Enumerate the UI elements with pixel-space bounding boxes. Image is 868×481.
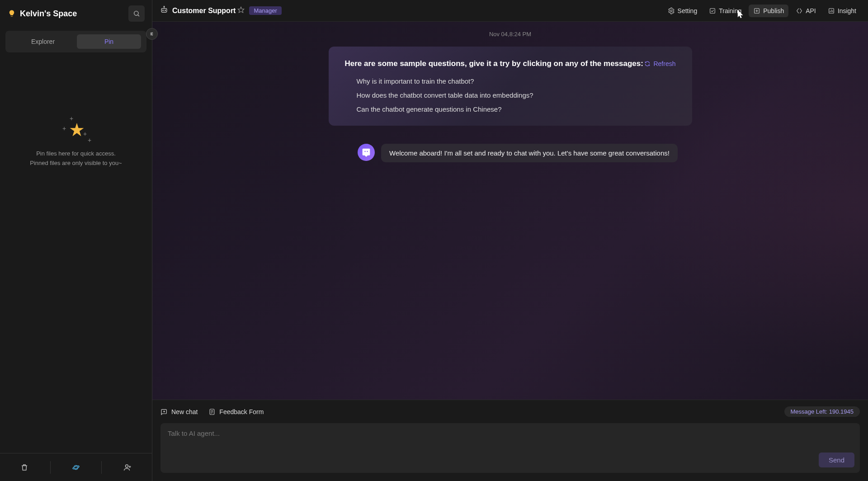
- svg-point-0: [134, 11, 138, 15]
- empty-line1: Pin files here for quick access.: [30, 149, 122, 159]
- timestamp: Nov 04,8:24 PM: [152, 31, 868, 38]
- search-button[interactable]: [128, 5, 145, 22]
- planet-icon[interactable]: [71, 462, 81, 473]
- divider: [101, 461, 102, 474]
- sidebar: Kelvin's Space Explorer Pin + + ★ + + Pi…: [0, 0, 152, 481]
- bot-message: Welcome aboard! I'm all set and ready to…: [381, 144, 678, 162]
- sidebar-header: Kelvin's Space: [0, 0, 152, 27]
- input-container: Send: [160, 423, 860, 473]
- pin-empty-state: + + ★ + + Pin files here for quick acces…: [0, 56, 152, 453]
- svg-point-7: [72, 465, 80, 469]
- main-panel: Customer Support Manager Setting Trainin…: [152, 0, 868, 481]
- sample-question[interactable]: How does the chatbot convert table data …: [357, 91, 676, 99]
- sidebar-tabs: Explorer Pin: [5, 31, 146, 52]
- nav-publish[interactable]: Publish: [749, 5, 788, 17]
- role-badge: Manager: [249, 6, 281, 15]
- collapse-sidebar-button[interactable]: [146, 28, 158, 40]
- messages-left-badge: Message Left: 190.1945: [784, 406, 860, 417]
- svg-point-15: [164, 6, 165, 7]
- nav-training[interactable]: Training: [704, 5, 746, 17]
- sample-title: Here are some sample questions, give it …: [345, 59, 643, 68]
- send-button[interactable]: Send: [819, 453, 854, 467]
- nav-setting[interactable]: Setting: [663, 5, 702, 17]
- sample-question[interactable]: Why is it important to train the chatbot…: [357, 77, 676, 85]
- nav-label: Training: [719, 7, 741, 14]
- svg-point-8: [125, 465, 128, 467]
- nav-label: API: [806, 7, 816, 14]
- composer-toolbar: New chat Feedback Form Message Left: 190…: [160, 406, 860, 417]
- nav-label: Publish: [763, 7, 784, 14]
- divider: [50, 461, 51, 474]
- chat-area: Nov 04,8:24 PM Here are some sample ques…: [152, 22, 868, 400]
- nav-api[interactable]: API: [791, 5, 821, 17]
- svg-point-12: [163, 10, 164, 11]
- header-nav: Setting Training Publish API Insight: [663, 5, 861, 17]
- composer: New chat Feedback Form Message Left: 190…: [152, 400, 868, 481]
- bot-avatar: [358, 144, 375, 161]
- svg-rect-11: [161, 8, 167, 12]
- sample-list: Why is it important to train the chatbot…: [345, 77, 676, 113]
- trash-icon[interactable]: [19, 462, 30, 473]
- refresh-button[interactable]: Refresh: [644, 60, 675, 67]
- empty-line2: Pinned files are only visible to you~: [30, 159, 122, 168]
- nav-label: Insight: [838, 7, 856, 14]
- robot-icon: [160, 5, 169, 16]
- tab-pin[interactable]: Pin: [77, 34, 141, 49]
- agent-name: Customer Support: [172, 7, 236, 15]
- refresh-label: Refresh: [653, 60, 675, 67]
- nav-insight[interactable]: Insight: [823, 5, 861, 17]
- lightbulb-icon: [7, 9, 16, 18]
- feedback-label: Feedback Form: [219, 408, 264, 415]
- main-header: Customer Support Manager Setting Trainin…: [152, 0, 868, 22]
- nav-label: Setting: [678, 7, 698, 14]
- tab-explorer[interactable]: Explorer: [11, 34, 75, 49]
- empty-text: Pin files here for quick access. Pinned …: [30, 149, 122, 168]
- star-icon: + + ★ + +: [62, 115, 90, 142]
- sample-questions-card: Here are some sample questions, give it …: [329, 47, 692, 126]
- chat-input[interactable]: [168, 429, 853, 453]
- sidebar-footer: [0, 453, 152, 481]
- feedback-button[interactable]: Feedback Form: [208, 408, 264, 415]
- space-title: Kelvin's Space: [20, 9, 125, 19]
- new-chat-button[interactable]: New chat: [160, 408, 198, 415]
- svg-marker-16: [238, 7, 244, 13]
- sample-question[interactable]: Can the chatbot generate questions in Ch…: [357, 105, 676, 113]
- svg-line-1: [138, 15, 139, 16]
- add-user-icon[interactable]: [122, 462, 133, 473]
- new-chat-label: New chat: [171, 408, 198, 415]
- svg-point-13: [165, 10, 166, 11]
- svg-point-17: [670, 10, 672, 12]
- favorite-star-icon[interactable]: [237, 6, 245, 15]
- svg-rect-18: [710, 8, 715, 13]
- message-row: Welcome aboard! I'm all set and ready to…: [152, 144, 868, 162]
